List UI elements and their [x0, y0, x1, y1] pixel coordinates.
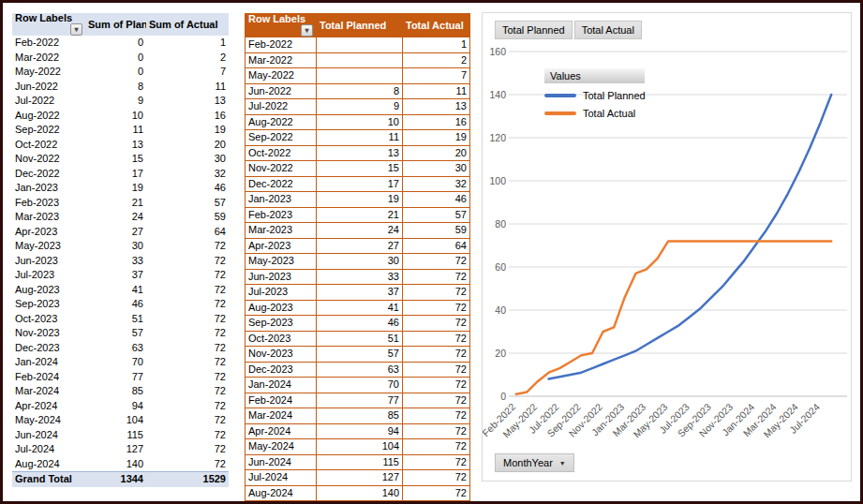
row-label-cell[interactable]: Jul-2024 [246, 470, 317, 486]
value-cell[interactable]: 72 [403, 347, 470, 363]
value-cell[interactable]: 59 [403, 223, 470, 239]
row-label-cell[interactable]: Sep-2023 [246, 316, 317, 332]
value-cell[interactable]: 8 [85, 80, 146, 95]
value-cell[interactable]: 72 [403, 439, 470, 455]
legend-values-button[interactable]: Values [544, 68, 645, 83]
value-cell[interactable]: 30 [317, 254, 403, 270]
column-header[interactable]: Sum of Actual [146, 13, 229, 36]
value-cell[interactable]: 46 [146, 181, 229, 196]
value-cell[interactable]: 63 [317, 362, 403, 378]
value-cell[interactable]: 16 [146, 109, 229, 124]
row-label-cell[interactable]: Oct-2022 [246, 145, 317, 161]
value-cell[interactable]: 32 [403, 176, 470, 192]
value-cell[interactable]: 11 [85, 123, 146, 138]
value-cell[interactable] [317, 37, 403, 53]
value-cell[interactable]: 72 [146, 384, 229, 399]
row-label-cell[interactable]: Jun-2023 [12, 254, 85, 269]
value-cell[interactable]: 85 [85, 384, 146, 399]
value-cell[interactable]: 64 [403, 238, 470, 254]
value-cell[interactable]: 1 [146, 36, 229, 51]
value-cell[interactable]: 140 [317, 485, 403, 501]
value-cell[interactable]: 127 [85, 442, 146, 457]
row-label-cell[interactable]: Apr-2024 [12, 399, 85, 414]
value-cell[interactable]: 63 [85, 341, 146, 356]
value-cell[interactable]: 72 [146, 239, 229, 254]
row-label-cell[interactable]: Dec-2023 [246, 362, 317, 378]
value-cell[interactable]: 72 [146, 428, 229, 443]
value-cell[interactable]: 17 [85, 167, 146, 182]
value-cell[interactable]: 57 [403, 207, 470, 223]
grand-total-value[interactable]: 1529 [146, 472, 229, 487]
value-cell[interactable]: 8 [317, 83, 403, 99]
value-cell[interactable]: 104 [85, 413, 146, 428]
value-cell[interactable]: 27 [85, 225, 146, 240]
value-cell[interactable]: 32 [146, 167, 229, 182]
row-label-cell[interactable]: Oct-2023 [246, 331, 317, 347]
value-cell[interactable]: 72 [146, 268, 229, 283]
value-cell[interactable]: 19 [85, 181, 146, 196]
value-cell[interactable]: 72 [146, 399, 229, 414]
value-cell[interactable] [317, 52, 403, 68]
row-label-cell[interactable]: Mar-2022 [246, 52, 317, 68]
value-cell[interactable]: 2 [146, 51, 229, 66]
value-cell[interactable]: 72 [146, 442, 229, 457]
row-label-cell[interactable]: Dec-2023 [12, 341, 85, 356]
row-label-cell[interactable]: Mar-2023 [12, 210, 85, 225]
value-cell[interactable]: 15 [85, 152, 146, 167]
row-label-cell[interactable]: Apr-2024 [246, 423, 317, 439]
value-cell[interactable]: 115 [85, 428, 146, 443]
value-cell[interactable]: 9 [85, 94, 146, 109]
value-cell[interactable]: 24 [317, 223, 403, 239]
field-button-total-actual[interactable]: Total Actual [574, 21, 642, 39]
value-cell[interactable]: 72 [403, 408, 470, 424]
value-cell[interactable]: 21 [85, 196, 146, 211]
value-cell[interactable]: 46 [403, 192, 470, 208]
row-label-cell[interactable]: Aug-2022 [12, 109, 85, 124]
row-label-cell[interactable]: Sep-2023 [12, 297, 85, 312]
row-label-cell[interactable]: Apr-2023 [246, 238, 317, 254]
row-label-cell[interactable]: Jun-2024 [12, 428, 85, 443]
row-label-cell[interactable]: May-2024 [246, 439, 317, 455]
value-cell[interactable]: 64 [146, 225, 229, 240]
value-cell[interactable]: 72 [403, 470, 470, 486]
value-cell[interactable]: 0 [85, 65, 146, 80]
value-cell[interactable]: 19 [403, 130, 470, 146]
value-cell[interactable]: 11 [146, 80, 229, 95]
row-label-cell[interactable]: Nov-2022 [12, 152, 85, 167]
value-cell[interactable]: 72 [146, 254, 229, 269]
row-label-cell[interactable]: Nov-2022 [246, 161, 317, 177]
row-label-cell[interactable]: Jun-2024 [246, 454, 317, 470]
filter-dropdown-button[interactable]: ▾ [301, 24, 313, 37]
value-cell[interactable]: 72 [146, 413, 229, 428]
value-cell[interactable]: 72 [146, 341, 229, 356]
row-label-cell[interactable]: Feb-2022 [12, 36, 85, 51]
row-label-cell[interactable]: Jun-2022 [12, 80, 85, 95]
row-label-cell[interactable]: Dec-2022 [246, 176, 317, 192]
value-cell[interactable]: 72 [146, 457, 229, 472]
value-cell[interactable]: 70 [317, 378, 403, 393]
row-label-cell[interactable]: Sep-2022 [12, 123, 85, 138]
value-cell[interactable]: 41 [85, 283, 146, 298]
value-cell[interactable]: 57 [85, 326, 146, 341]
value-cell[interactable]: 70 [85, 355, 146, 370]
value-cell[interactable]: 127 [317, 470, 403, 486]
row-label-cell[interactable]: Jan-2023 [12, 181, 85, 196]
row-label-cell[interactable]: Nov-2023 [12, 326, 85, 341]
value-cell[interactable]: 51 [85, 312, 146, 327]
value-cell[interactable]: 11 [317, 130, 403, 146]
value-cell[interactable]: 72 [146, 326, 229, 341]
value-cell[interactable]: 7 [403, 68, 470, 84]
value-cell[interactable]: 72 [146, 355, 229, 370]
row-label-cell[interactable]: Feb-2023 [246, 207, 317, 223]
value-cell[interactable]: 115 [317, 454, 403, 470]
value-cell[interactable]: 19 [317, 192, 403, 208]
value-cell[interactable]: 72 [146, 283, 229, 298]
row-label-cell[interactable]: Mar-2024 [12, 384, 85, 399]
row-label-cell[interactable]: Feb-2024 [246, 393, 317, 408]
value-cell[interactable]: 57 [146, 196, 229, 211]
filter-dropdown-button[interactable]: ▾ [70, 23, 82, 36]
value-cell[interactable]: 77 [85, 370, 146, 385]
value-cell[interactable]: 9 [317, 99, 403, 115]
column-header[interactable]: Total Planned [317, 14, 403, 37]
row-label-cell[interactable]: Jan-2024 [12, 355, 85, 370]
